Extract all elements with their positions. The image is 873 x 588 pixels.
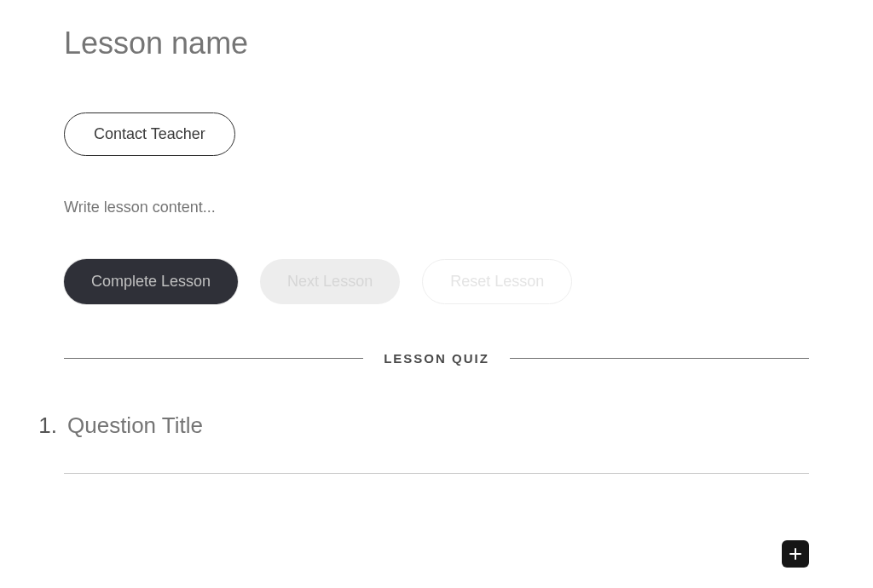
lesson-content-input[interactable] <box>64 199 809 216</box>
add-question-button[interactable] <box>782 540 809 568</box>
contact-teacher-button[interactable]: Contact Teacher <box>64 112 235 156</box>
reset-lesson-button[interactable]: Reset Lesson <box>422 259 572 304</box>
question-title-input[interactable] <box>67 412 809 439</box>
plus-icon <box>788 546 803 562</box>
next-lesson-button[interactable]: Next Lesson <box>260 259 400 304</box>
lesson-title-input[interactable] <box>64 26 809 61</box>
complete-lesson-button[interactable]: Complete Lesson <box>64 259 238 304</box>
lesson-action-row: Complete Lesson Next Lesson Reset Lesson <box>64 259 809 304</box>
divider-line-right <box>510 358 809 359</box>
question-divider <box>64 473 809 474</box>
question-row: 1. <box>64 412 809 439</box>
quiz-divider: LESSON QUIZ <box>64 351 809 366</box>
question-number: 1. <box>33 412 57 439</box>
divider-line-left <box>64 358 363 359</box>
divider-label: LESSON QUIZ <box>384 351 489 366</box>
